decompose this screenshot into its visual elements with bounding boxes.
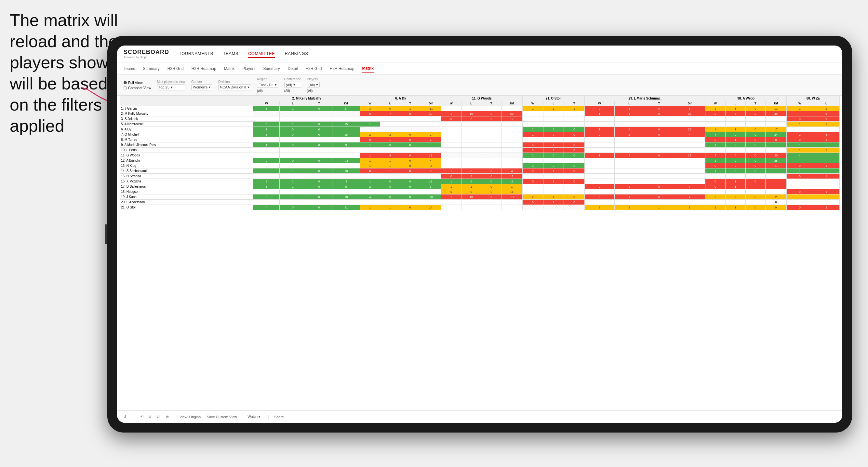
matrix-cell: 0 xyxy=(400,137,420,143)
matrix-cell xyxy=(481,158,501,163)
nav-teams[interactable]: TEAMS xyxy=(223,50,238,58)
matrix-cell xyxy=(614,143,644,148)
watch-button[interactable]: Watch ▾ xyxy=(247,415,260,419)
matrix-cell: 0 xyxy=(644,106,674,111)
compact-view-option[interactable]: Compact View xyxy=(124,86,151,90)
matrix-cell xyxy=(725,122,745,127)
matrix-cell xyxy=(813,127,840,132)
matrix-cell xyxy=(306,200,332,205)
undo-button[interactable]: ↺ xyxy=(124,415,126,419)
matrix-cell: 1 xyxy=(813,122,840,127)
matrix-cell xyxy=(332,148,360,153)
conference-select[interactable]: (All) ▾ xyxy=(284,82,301,88)
matrix-cell xyxy=(564,137,585,143)
matrix-cell: 0 xyxy=(400,179,420,184)
sub-nav-summary2[interactable]: Summary xyxy=(263,65,280,72)
matrix-cell xyxy=(332,153,360,158)
col-header-woods: 11. G Woods xyxy=(441,96,523,101)
matrix-scroll-area[interactable]: 2. M Kelly Mulcahy 6. A Dy 11. G Woods 2… xyxy=(117,96,842,410)
nav-committee[interactable]: COMMITTEE xyxy=(248,50,275,58)
matrix-cell: 2 xyxy=(253,158,280,163)
matrix-cell: 1 xyxy=(522,106,543,111)
division-select[interactable]: NCAA Division II ▾ xyxy=(218,84,251,90)
matrix-cell: 0 xyxy=(400,168,420,174)
back-button[interactable]: ↶ xyxy=(141,415,144,419)
gender-select[interactable]: Women's ▾ xyxy=(191,84,212,90)
players-select[interactable]: (All) ▾ xyxy=(307,82,320,88)
matrix-cell xyxy=(644,200,674,205)
region-sub: (All) xyxy=(257,89,278,93)
matrix-cell xyxy=(674,143,705,148)
matrix-cell: 3 xyxy=(253,106,280,111)
sub-nav-h2h-heatmap[interactable]: H2H Heatmap xyxy=(191,65,216,72)
matrix-cell: 0 xyxy=(745,111,766,117)
matrix-cell xyxy=(461,132,481,137)
matrix-cell xyxy=(306,117,332,122)
matrix-cell xyxy=(441,106,462,111)
matrix-cell xyxy=(564,111,585,117)
redo-button[interactable]: → xyxy=(132,415,135,419)
add-button[interactable]: ⊕ xyxy=(149,415,152,419)
matrix-cell: 1 xyxy=(543,168,564,174)
matrix-cell: 5 xyxy=(332,184,360,189)
matrix-cell: 1 xyxy=(522,132,543,137)
sub-nav-matrix2[interactable]: Matrix xyxy=(362,65,374,72)
matrix-cell: 0 xyxy=(564,143,585,148)
nav-tournaments[interactable]: TOURNAMENTS xyxy=(179,50,213,58)
matrix-cell: 1 xyxy=(543,194,564,200)
layout-button[interactable]: ⬚ xyxy=(266,415,269,419)
nav-rankings[interactable]: RANKINGS xyxy=(285,50,308,58)
sub-nav-h2h-heatmap2[interactable]: H2H Heatmap xyxy=(330,65,354,72)
matrix-cell xyxy=(360,200,380,205)
sub-nav-teams[interactable]: Teams xyxy=(124,65,135,72)
matrix-cell: 1 xyxy=(725,137,745,143)
matrix-cell: 0 xyxy=(481,194,501,200)
matrix-cell xyxy=(585,143,615,148)
share-button[interactable]: Share xyxy=(274,415,284,419)
matrix-cell: 4 xyxy=(501,168,522,174)
sub-nav-summary[interactable]: Summary xyxy=(143,65,159,72)
matrix-cell xyxy=(400,174,420,179)
matrix-cell xyxy=(522,137,543,143)
max-players-filter: Max players in view Top 25 ▾ xyxy=(157,80,185,90)
matrix-cell xyxy=(813,143,840,148)
matrix-cell: 0 xyxy=(380,106,400,111)
max-players-select[interactable]: Top 25 ▾ xyxy=(157,84,185,90)
matrix-cell: 0 xyxy=(481,179,501,184)
sub-nav-players[interactable]: Players xyxy=(242,65,255,72)
matrix-cell: 0 xyxy=(564,153,585,158)
sub-nav-matrix[interactable]: Matrix xyxy=(224,65,235,72)
matrix-cell: 3 xyxy=(522,163,543,168)
matrix-cell: -20 xyxy=(420,194,441,200)
matrix-cell xyxy=(522,174,543,179)
matrix-cell xyxy=(674,189,705,194)
matrix-cell xyxy=(674,168,705,174)
matrix-cell xyxy=(441,127,462,132)
region-select[interactable]: East - DII ▾ xyxy=(257,82,278,88)
conference-label: Conference xyxy=(284,77,301,81)
matrix-cell: 8 xyxy=(766,200,787,205)
matrix-cell xyxy=(813,168,840,174)
save-custom-view-button[interactable]: Save Custom View xyxy=(207,415,237,419)
sub-nav-h2h-grid2[interactable]: H2H Grid xyxy=(305,65,322,72)
matrix-cell: 0 xyxy=(400,111,420,117)
matrix-cell: 0 xyxy=(380,184,400,189)
matrix-cell: 1 xyxy=(380,168,400,174)
table-row: 20. E Andersson0108 xyxy=(120,200,840,205)
view-original-button[interactable]: View: Original xyxy=(180,415,202,419)
matrix-cell xyxy=(461,200,481,205)
full-view-option[interactable]: Full View xyxy=(124,81,151,85)
matrix-cell xyxy=(522,158,543,163)
zoom-button[interactable]: ⊙· xyxy=(157,415,161,419)
matrix-cell: 6 xyxy=(674,106,705,111)
matrix-cell: 4 xyxy=(614,127,644,132)
matrix-cell xyxy=(441,132,462,137)
sub-nav-h2h-grid[interactable]: H2H Grid xyxy=(167,65,184,72)
app-navbar: SCOREBOARD Powered by clippd TOURNAMENTS… xyxy=(117,45,842,62)
matrix-cell: 7 xyxy=(380,111,400,117)
sub-nav-detail[interactable]: Detail xyxy=(288,65,298,72)
region-label: Region xyxy=(257,77,278,81)
matrix-cell xyxy=(501,127,522,132)
settings-button[interactable]: ⊚ xyxy=(166,415,169,419)
matrix-cell xyxy=(481,122,501,127)
